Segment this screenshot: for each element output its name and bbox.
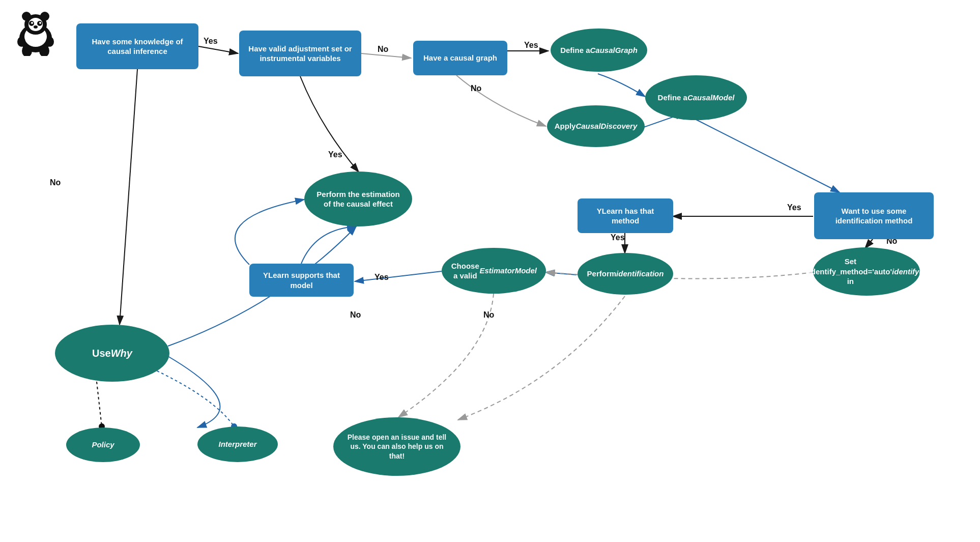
- label-yes-3: Yes: [328, 150, 342, 159]
- define-causal-graph-node: Define a CausalGraph: [551, 28, 647, 72]
- knowledge-node: Have some knowledge of causal inference: [76, 23, 198, 69]
- svg-point-14: [46, 37, 54, 47]
- svg-point-13: [17, 37, 25, 47]
- label-no-4: No: [350, 310, 361, 320]
- label-yes-2: Yes: [524, 41, 538, 50]
- svg-line-20: [198, 46, 238, 53]
- svg-point-4: [22, 12, 31, 21]
- set-identify-auto-node: Set identify_method='auto' in identify(): [813, 247, 920, 296]
- apply-causal-discovery-node: Apply CausalDiscovery: [547, 105, 645, 147]
- policy-node: Policy: [66, 427, 140, 462]
- label-no-6: No: [50, 178, 61, 187]
- svg-line-21: [361, 53, 411, 58]
- svg-line-29: [355, 271, 442, 281]
- svg-point-10: [34, 25, 38, 28]
- perform-estimation-node: Perform the estimation of the causal eff…: [304, 172, 412, 226]
- flowchart-diagram: Yes No Yes No Yes Yes No Yes Yes No No N…: [0, 0, 980, 542]
- label-no-1: No: [378, 45, 388, 54]
- label-yes-6: Yes: [374, 273, 389, 282]
- interpreter-node: Interpreter: [197, 426, 278, 462]
- open-issue-node: Please open an issue and tell us. You ca…: [333, 417, 460, 476]
- perform-identification-node: Perform identification: [578, 253, 673, 295]
- panda-icon: [10, 10, 61, 56]
- svg-line-28: [545, 272, 577, 275]
- svg-line-24: [696, 120, 840, 192]
- choose-estimator-node: Choose a valid EstimatorModel: [442, 248, 546, 294]
- svg-point-9: [39, 22, 41, 24]
- label-yes-5: Yes: [611, 233, 625, 242]
- define-causal-model-node: Define a CausalModel: [645, 75, 747, 120]
- ylearn-supports-node: YLearn supports that model: [249, 264, 354, 297]
- label-no-5: No: [483, 310, 494, 320]
- use-why-node: Use Why: [55, 325, 169, 382]
- want-identification-node: Want to use some identification method: [814, 192, 934, 239]
- valid-adj-node: Have valid adjustment set or instrumenta…: [239, 31, 361, 76]
- svg-line-30: [120, 69, 137, 325]
- svg-point-5: [40, 12, 49, 21]
- svg-line-31: [97, 382, 102, 426]
- causal-graph-node: Have a causal graph: [413, 41, 507, 75]
- label-yes-4: Yes: [787, 203, 801, 212]
- ylearn-has-method-node: YLearn has that method: [578, 198, 673, 233]
- label-yes-1: Yes: [204, 37, 218, 46]
- label-no-2: No: [471, 84, 481, 93]
- svg-point-8: [31, 22, 33, 24]
